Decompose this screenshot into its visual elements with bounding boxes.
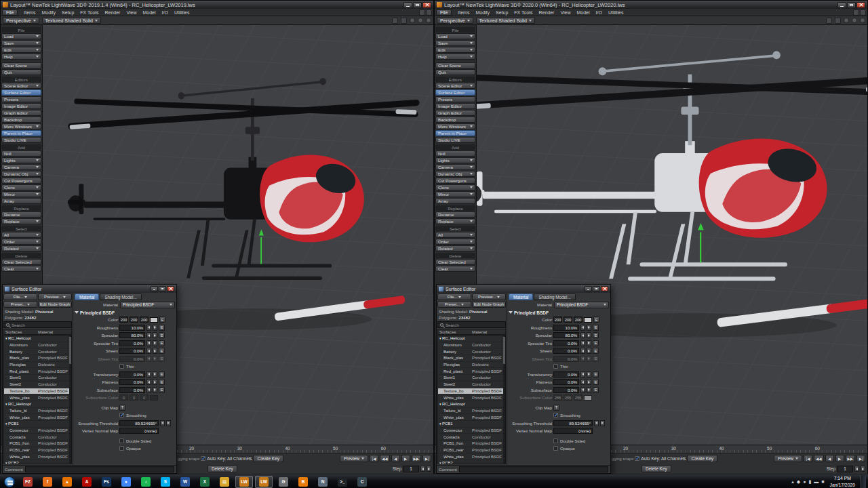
search-input[interactable]: Search (3, 321, 72, 328)
Red_plasti[interactable]: Red_plasti Principled BSDF (438, 368, 505, 375)
delete-key-button[interactable]: Delete Key (208, 465, 237, 472)
translucency-input[interactable]: 0.0% (553, 371, 579, 378)
Tailure_bl[interactable]: Tailure_bl Principled BSDF (4, 408, 71, 415)
increment-icon[interactable] (153, 356, 157, 362)
envelope-button[interactable]: E (159, 317, 165, 323)
taskbar-icon-lightwave-2020[interactable]: LW (255, 476, 273, 488)
Battery[interactable]: Battery Conductor (4, 348, 71, 355)
specular-tint-input[interactable]: 0.0% (119, 340, 145, 346)
sidebar-item-graph-editor[interactable]: Graph Editor (435, 110, 475, 116)
shading-mode-dropdown[interactable]: Textured Shaded Solid (476, 17, 535, 24)
menu-item[interactable]: Render (102, 9, 123, 16)
menu-extra-icon[interactable] (853, 9, 859, 16)
envelope-button[interactable]: E (593, 387, 599, 393)
menu-item[interactable]: Modify (473, 9, 492, 16)
RC_Helicopt[interactable]: RC_Helicopt (438, 401, 505, 408)
sidebar-item-image-editor[interactable]: Image Editor (1, 103, 41, 109)
White_plas[interactable]: White_plas Principled BSDF (438, 394, 505, 401)
Aluminum[interactable]: Aluminum Conductor (438, 342, 505, 349)
sidebar-item[interactable]: Order (435, 239, 475, 245)
envelope-button[interactable]: E (159, 348, 165, 354)
roughness-input[interactable]: 10.0% (553, 325, 579, 331)
increment-icon[interactable] (153, 332, 157, 338)
flatness-input[interactable]: 0.0% (119, 379, 145, 385)
envelope-button[interactable]: E (593, 356, 599, 362)
sidebar-item-surface-editor[interactable]: Surface Editor (435, 89, 475, 96)
color-b-input[interactable]: 200 (574, 317, 583, 323)
delete-key-button[interactable]: Delete Key (642, 465, 671, 472)
PCB1_rear[interactable]: PCB1_rear Principled BSDF (4, 447, 71, 454)
sidebar-item[interactable]: Load (1, 33, 41, 39)
clip-map-texture-button[interactable]: T (553, 405, 559, 411)
taskbar-icon-acrobat[interactable]: A (78, 476, 96, 488)
subsurface-color-swatch[interactable] (150, 395, 158, 401)
sidebar-item-more-windows[interactable]: More Windows (435, 123, 475, 129)
subsurface-r-input[interactable]: 255 (553, 394, 562, 401)
sidebar-item-backdrop[interactable]: Backdrop (1, 117, 41, 123)
sidebar-item-quit[interactable]: Quit (435, 69, 475, 75)
Aluminum[interactable]: Aluminum Conductor (4, 342, 71, 349)
transport-button[interactable]: ◀◀ (814, 455, 823, 462)
subsurface-b-input[interactable]: 255 (574, 394, 583, 401)
step-decrement-icon[interactable] (854, 466, 859, 472)
minimize-button[interactable] (403, 2, 412, 8)
sidebar-item[interactable]: All (1, 232, 41, 238)
increment-icon[interactable] (153, 379, 157, 385)
sheen-input[interactable]: 0.0% (119, 348, 145, 354)
menu-item[interactable]: Modify (39, 9, 58, 16)
envelope-button[interactable]: E (159, 371, 165, 378)
sidebar-item[interactable]: Clone (435, 184, 475, 190)
menu-extra-icon[interactable] (426, 9, 432, 16)
surface-list-header[interactable]: Surfaces Material (437, 329, 506, 335)
specular-tint-input[interactable]: 0.0% (553, 340, 579, 346)
menu-item[interactable]: Model (140, 9, 158, 16)
envelope-button[interactable]: E (593, 340, 599, 346)
color-swatch[interactable] (150, 317, 158, 323)
smoothing-threshold-input[interactable]: 89.524655° (553, 420, 593, 426)
thin-checkbox[interactable] (553, 364, 558, 369)
opaque-checkbox[interactable] (119, 446, 124, 451)
taskbar-icon-excel[interactable]: X (196, 476, 214, 488)
sidebar-item-surface-editor[interactable]: Surface Editor (1, 89, 41, 96)
envelope-button[interactable]: E (593, 325, 599, 331)
rotate-view-icon[interactable] (410, 18, 415, 23)
comment-input[interactable] (459, 466, 608, 472)
step-input[interactable]: 1 (403, 466, 419, 472)
sidebar-item[interactable]: Edit (435, 47, 475, 53)
viewport-layout-icon[interactable] (401, 18, 407, 24)
sidebar-item[interactable]: Null (435, 150, 475, 157)
decrement-icon[interactable] (146, 332, 151, 338)
transport-button[interactable]: ▶▶ (846, 455, 855, 462)
sidebar-item-parent-in-place[interactable]: Parent in Place (435, 130, 475, 136)
taskbar-icon-notepad[interactable]: N (314, 476, 332, 488)
Tailure_bl[interactable]: Tailure_bl Principled BSDF (438, 408, 505, 415)
create-key-button[interactable]: Create Key (253, 455, 283, 462)
tray-network-icon[interactable]: ▬ (814, 479, 818, 484)
sidebar-item[interactable]: Array (435, 198, 475, 204)
subsurface-color-swatch[interactable] (584, 395, 592, 401)
auto-key-checkbox[interactable] (201, 456, 205, 461)
double-sided-checkbox[interactable] (119, 439, 124, 443)
envelope-button[interactable]: E (159, 340, 165, 346)
taskbar-icon-word[interactable]: W (176, 476, 194, 488)
sidebar-item[interactable]: Camera (435, 164, 475, 170)
RC_Helicopt[interactable]: RC_Helicopt (4, 336, 71, 342)
increment-icon[interactable] (153, 340, 157, 346)
opaque-checkbox[interactable] (553, 446, 558, 451)
tray-security-icon[interactable]: ◆ (797, 479, 800, 485)
zoom-view-icon[interactable] (426, 18, 431, 23)
sidebar-item-studio-live[interactable]: Studio LIVE (1, 137, 41, 143)
menu-extra-icon[interactable] (419, 9, 425, 16)
taskbar-icon-blender[interactable]: B (294, 476, 312, 488)
vertex-normal-map-dropdown[interactable]: (none) (553, 428, 593, 434)
panel-maximize-button[interactable] (593, 286, 600, 291)
decrement-icon[interactable] (146, 348, 151, 354)
decrement-icon[interactable] (580, 371, 585, 378)
transport-button[interactable]: ▶▶ (412, 455, 421, 462)
menu-item[interactable]: Render (536, 9, 557, 16)
decrement-icon[interactable] (160, 420, 165, 426)
menu-item[interactable]: Setup (493, 9, 511, 16)
specular-input[interactable]: 80.0% (553, 332, 579, 338)
increment-icon[interactable] (587, 348, 591, 354)
envelope-button[interactable]: E (593, 332, 599, 338)
